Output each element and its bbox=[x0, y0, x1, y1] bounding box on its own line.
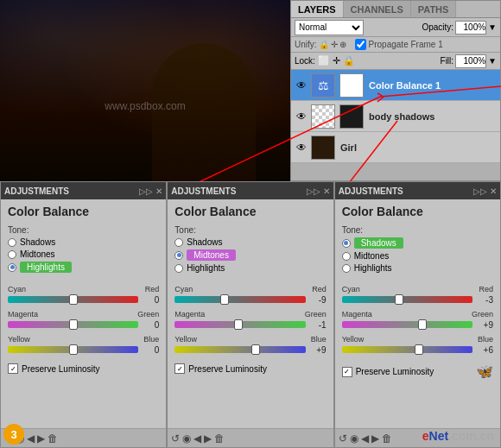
adj-header-2: ADJUSTMENTS ▷▷ ✕ bbox=[168, 182, 333, 199]
prev-icon-1[interactable]: ◀ bbox=[27, 432, 35, 445]
delete-icon-1[interactable]: 🗑 bbox=[48, 432, 58, 445]
layer-row-colorbalance1[interactable]: 👁 ⚖ Color Balance 1 bbox=[291, 70, 500, 101]
next-icon-1[interactable]: ▶ bbox=[37, 432, 45, 445]
slider-col-yb-2 bbox=[174, 344, 305, 355]
slider-handle-yb-2[interactable] bbox=[251, 344, 260, 355]
blend-mode-select[interactable]: Normal bbox=[295, 20, 364, 35]
tab-paths[interactable]: PATHS bbox=[411, 1, 457, 17]
highlights-option-3[interactable]: Highlights bbox=[342, 263, 493, 273]
expand-icon-3[interactable]: ▷▷ bbox=[473, 186, 487, 196]
delete-icon-2[interactable]: 🗑 bbox=[214, 432, 225, 445]
slider-handle-cr-3[interactable] bbox=[395, 294, 403, 305]
preserve-checkbox-2[interactable] bbox=[174, 363, 185, 374]
lock-position-icon[interactable]: ✛ bbox=[333, 55, 340, 66]
slider-value-mg-3: +9 bbox=[476, 320, 493, 330]
unify-label: Unify: bbox=[295, 40, 317, 49]
reset-icon-2[interactable]: ↺ bbox=[171, 432, 180, 445]
slider-labels-yb-1: Yellow Blue bbox=[8, 335, 159, 344]
slider-handle-cr-1[interactable] bbox=[69, 294, 78, 305]
eye-icon-1[interactable]: 👁 bbox=[295, 79, 308, 92]
highlights-option-2[interactable]: Highlights bbox=[174, 263, 326, 273]
midtones-option-3[interactable]: Midtones bbox=[342, 251, 493, 261]
layers-panel: LAYERS CHANNELS PATHS Normal Opacity: ▼ … bbox=[290, 0, 501, 181]
close-icon-2[interactable]: ✕ bbox=[323, 186, 330, 196]
slider-col-mg-1 bbox=[8, 319, 138, 330]
slider-value-yb-1: 0 bbox=[142, 345, 159, 355]
slider-value-cr-2: -9 bbox=[309, 295, 327, 305]
slider-track-cr-1[interactable] bbox=[8, 294, 138, 305]
expand-icon-2[interactable]: ▷▷ bbox=[307, 186, 320, 196]
expand-icon-1[interactable]: ▷▷ bbox=[139, 186, 153, 196]
slider-track-yb-1[interactable] bbox=[8, 344, 138, 355]
tab-layers[interactable]: LAYERS bbox=[291, 1, 344, 17]
slider-track-mg-3[interactable] bbox=[342, 319, 472, 330]
slider-bg-yb-2 bbox=[174, 346, 305, 353]
eye-icon-3[interactable]: 👁 bbox=[295, 141, 308, 155]
preserve-checkbox-3[interactable] bbox=[342, 367, 352, 377]
lock-label: Lock: bbox=[295, 56, 315, 66]
slider-track-yb-3[interactable] bbox=[342, 344, 472, 355]
magenta-label-3: Magenta bbox=[342, 310, 372, 319]
slider-inline-cr-1: 0 bbox=[8, 294, 159, 305]
slider-track-cr-2[interactable] bbox=[174, 294, 305, 305]
slider-handle-mg-1[interactable] bbox=[69, 319, 78, 330]
toggle-icon-2[interactable]: ◉ bbox=[182, 432, 191, 445]
slider-track-mg-1[interactable] bbox=[8, 319, 138, 330]
fill-input[interactable] bbox=[455, 54, 486, 68]
slider-handle-mg-2[interactable] bbox=[234, 319, 243, 330]
adj-body-1: Color Balance Tone: Shadows Midtones Hig… bbox=[1, 199, 166, 428]
shadows-radio-2[interactable] bbox=[174, 238, 183, 247]
shadows-tag-3: Shadows bbox=[354, 237, 403, 249]
prev-icon-2[interactable]: ◀ bbox=[193, 432, 201, 445]
reset-icon-3[interactable]: ↺ bbox=[339, 432, 347, 445]
next-icon-2[interactable]: ▶ bbox=[204, 432, 212, 445]
slider-handle-yb-3[interactable] bbox=[415, 344, 423, 355]
delete-icon-3[interactable]: 🗑 bbox=[382, 432, 392, 445]
preserve-checkbox-1[interactable] bbox=[8, 363, 18, 374]
slider-handle-yb-1[interactable] bbox=[69, 344, 78, 355]
prev-icon-3[interactable]: ◀ bbox=[361, 432, 369, 445]
shadows-radio-1[interactable] bbox=[8, 238, 16, 247]
midtones-radio-3[interactable] bbox=[342, 252, 351, 261]
highlights-radio-1[interactable] bbox=[8, 263, 16, 272]
highlights-radio-2[interactable] bbox=[174, 264, 183, 273]
midtones-radio-1[interactable] bbox=[8, 250, 16, 259]
midtones-option-2[interactable]: Midtones bbox=[174, 249, 326, 261]
layer-row-girl[interactable]: 👁 Girl bbox=[291, 132, 500, 163]
shadows-radio-3[interactable] bbox=[342, 239, 351, 248]
slider-row-yellow-3: Yellow Blue +6 bbox=[342, 335, 493, 355]
slider-track-cr-3[interactable] bbox=[342, 294, 472, 305]
shadows-option-2[interactable]: Shadows bbox=[174, 237, 326, 247]
next-icon-3[interactable]: ▶ bbox=[371, 432, 379, 445]
eye-icon-2[interactable]: 👁 bbox=[295, 110, 308, 123]
slider-track-yb-2[interactable] bbox=[174, 344, 305, 355]
adj-header-title-3: ADJUSTMENTS bbox=[339, 186, 470, 196]
shadows-option-3[interactable]: Shadows bbox=[342, 237, 493, 249]
slider-handle-mg-3[interactable] bbox=[418, 319, 427, 330]
midtones-radio-2[interactable] bbox=[174, 251, 183, 260]
propagate-label: Propagate Frame 1 bbox=[355, 39, 443, 50]
lock-pixels-icon[interactable]: ⬜ bbox=[318, 55, 330, 66]
slider-handle-cr-2[interactable] bbox=[220, 294, 229, 305]
slider-track-mg-2[interactable] bbox=[174, 319, 305, 330]
midtones-tag-2: Midtones bbox=[187, 249, 236, 261]
tab-channels[interactable]: CHANNELS bbox=[344, 1, 411, 17]
lock-all-icon[interactable]: 🔒 bbox=[343, 55, 355, 66]
propagate-checkbox[interactable] bbox=[355, 39, 366, 50]
close-icon-1[interactable]: ✕ bbox=[155, 186, 162, 196]
adj-header-title-1: ADJUSTMENTS bbox=[4, 186, 136, 196]
slider-row-yellow-2: Yellow Blue +9 bbox=[174, 335, 326, 355]
midtones-option-1[interactable]: Midtones bbox=[8, 249, 159, 259]
layer-row-bodyshadows[interactable]: 👁 body shadows bbox=[291, 101, 500, 132]
opacity-arrow[interactable]: ▼ bbox=[488, 22, 497, 32]
opacity-input[interactable] bbox=[455, 21, 486, 35]
toggle-icon-3[interactable]: ◉ bbox=[350, 432, 358, 445]
close-icon-3[interactable]: ✕ bbox=[490, 186, 497, 196]
highlights-option-1[interactable]: Highlights bbox=[8, 262, 159, 273]
layer-name-3: Girl bbox=[340, 142, 497, 153]
slider-inline-mg-2: -1 bbox=[174, 319, 326, 330]
tone-label-1: Tone: bbox=[8, 225, 35, 235]
shadows-option-1[interactable]: Shadows bbox=[8, 237, 159, 247]
highlights-radio-3[interactable] bbox=[342, 264, 351, 273]
fill-arrow[interactable]: ▼ bbox=[488, 56, 497, 66]
